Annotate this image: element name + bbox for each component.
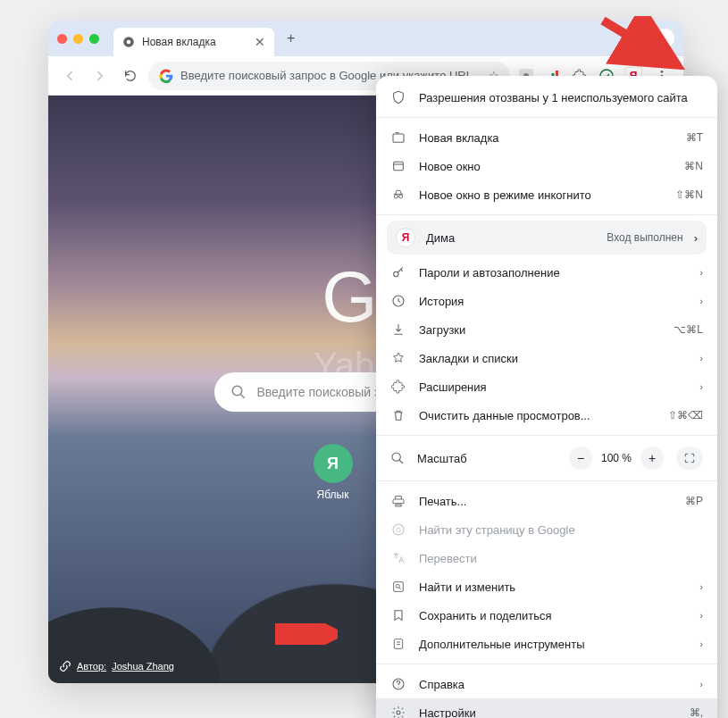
- google-search-icon: G: [390, 522, 406, 537]
- menu-shortcut: ⌘,: [690, 706, 703, 718]
- menu-label: Разрешения отозваны у 1 неиспользуемого …: [419, 91, 703, 104]
- svg-point-1: [127, 40, 131, 45]
- shortcut-yablyk[interactable]: Я Яблык: [314, 444, 353, 501]
- menu-history[interactable]: История ›: [376, 287, 717, 315]
- forward-icon: [92, 68, 108, 84]
- maximize-window-button[interactable]: [89, 34, 99, 44]
- zoom-in-button[interactable]: +: [640, 447, 664, 470]
- menu-label: Очистить данные просмотров...: [419, 409, 656, 422]
- profile-name: Дима: [426, 231, 596, 245]
- key-icon: [390, 265, 406, 280]
- author-name: Joshua Zhang: [112, 661, 174, 672]
- profile-avatar: Я: [396, 228, 415, 247]
- menu-help[interactable]: Справка ›: [376, 670, 717, 698]
- download-icon: [390, 322, 406, 337]
- menu-label: Закладки и списки: [419, 352, 687, 365]
- extension-icon: [390, 380, 406, 394]
- author-prefix: Автор:: [77, 661, 106, 672]
- menu-clear-data[interactable]: Очистить данные просмотров... ⇧⌘⌫: [376, 401, 717, 430]
- translate-icon: [390, 551, 406, 565]
- menu-shortcut: ⌘P: [685, 495, 703, 507]
- menu-separator: [376, 664, 717, 664]
- menu-label: Дополнительные инструменты: [419, 638, 687, 651]
- trash-icon: [390, 408, 406, 422]
- chevron-right-icon: ›: [699, 353, 703, 363]
- chevron-right-icon: ›: [699, 267, 703, 278]
- browser-tab[interactable]: Новая вкладка ✕: [113, 28, 274, 56]
- help-icon: [390, 677, 406, 691]
- zoom-out-button[interactable]: −: [569, 447, 592, 470]
- zoom-value: 100 %: [598, 452, 635, 464]
- menu-profile[interactable]: Я Дима Вход выполнен ›: [387, 221, 707, 255]
- menu-passwords[interactable]: Пароли и автозаполнение ›: [376, 258, 717, 287]
- menu-save-share[interactable]: Сохранить и поделиться ›: [376, 601, 717, 630]
- menu-label: Пароли и автозаполнение: [419, 266, 687, 280]
- menu-translate: Перевести: [376, 544, 717, 572]
- collapse-tabs-button[interactable]: ⌄: [655, 29, 674, 48]
- menu-new-window[interactable]: Новое окно ⌘N: [376, 152, 717, 180]
- chevron-right-icon: ›: [699, 581, 703, 592]
- reload-button[interactable]: [118, 63, 143, 88]
- back-button[interactable]: [57, 63, 82, 88]
- menu-new-tab[interactable]: Новая вкладка ⌘T: [376, 123, 717, 152]
- menu-more-tools[interactable]: Дополнительные инструменты ›: [376, 630, 717, 658]
- menu-bookmarks[interactable]: Закладки и списки ›: [376, 344, 717, 372]
- menu-label: Найти эту страницу в Google: [419, 523, 703, 537]
- svg-rect-24: [394, 582, 404, 592]
- svg-text:G: G: [396, 526, 401, 534]
- reload-icon: [123, 69, 138, 83]
- menu-downloads[interactable]: Загрузки ⌥⌘L: [376, 315, 717, 344]
- new-tab-icon: [390, 130, 406, 145]
- history-icon: [390, 294, 406, 308]
- menu-separator: [376, 117, 717, 118]
- chrome-tab-icon: [122, 36, 135, 48]
- gear-icon: [390, 705, 406, 718]
- menu-label: Новое окно в режиме инкогнито: [419, 188, 663, 202]
- close-tab-button[interactable]: ✕: [255, 35, 265, 49]
- new-tab-button[interactable]: +: [281, 30, 300, 46]
- print-icon: [390, 494, 406, 508]
- menu-settings[interactable]: Настройки ⌘,: [376, 698, 717, 718]
- chevron-right-icon: ›: [699, 381, 703, 392]
- tools-icon: [390, 637, 406, 651]
- menu-find-edit[interactable]: Найти и изменить ›: [376, 572, 717, 601]
- menu-label: Новая вкладка: [419, 131, 674, 145]
- menu-label: Масштаб: [417, 452, 467, 465]
- minimize-window-button[interactable]: [73, 34, 83, 44]
- zoom-icon: [390, 451, 405, 465]
- menu-print[interactable]: Печать... ⌘P: [376, 487, 717, 515]
- svg-point-10: [661, 71, 664, 73]
- menu-label: История: [419, 295, 687, 308]
- menu-shortcut: ⌘N: [684, 160, 703, 172]
- close-window-button[interactable]: [57, 34, 67, 44]
- svg-point-18: [394, 271, 398, 276]
- background-author[interactable]: Автор: Joshua Zhang: [59, 660, 174, 672]
- fullscreen-button[interactable]: [676, 447, 703, 470]
- menu-extensions[interactable]: Расширения ›: [376, 372, 717, 401]
- menu-permissions[interactable]: Разрешения отозваны у 1 неиспользуемого …: [376, 83, 717, 112]
- fullscreen-icon: [683, 452, 696, 464]
- menu-label: Новое окно: [419, 160, 672, 173]
- titlebar: Новая вкладка ✕ + ⌄: [48, 21, 683, 56]
- menu-find-google: G Найти эту страницу в Google: [376, 515, 717, 544]
- svg-point-13: [232, 386, 242, 396]
- menu-incognito[interactable]: Новое окно в режиме инкогнито ⇧⌘N: [376, 180, 717, 209]
- back-icon: [62, 68, 78, 84]
- search-placeholder: Введите поисковый зап: [257, 385, 394, 399]
- share-icon: [390, 608, 406, 622]
- menu-label: Сохранить и поделиться: [419, 609, 687, 622]
- menu-label: Справка: [419, 678, 687, 691]
- svg-rect-16: [394, 162, 404, 170]
- search-icon: [230, 384, 247, 400]
- new-window-icon: [390, 159, 406, 173]
- profile-status: Вход выполнен: [607, 231, 682, 244]
- menu-label: Перевести: [419, 552, 703, 565]
- shortcut-label: Яблык: [317, 488, 349, 501]
- svg-line-26: [399, 588, 401, 589]
- shortcut-icon: Я: [314, 444, 353, 483]
- chevron-right-icon: ›: [699, 296, 703, 306]
- forward-button[interactable]: [88, 63, 113, 88]
- svg-line-14: [240, 394, 245, 398]
- menu-separator: [376, 435, 717, 436]
- menu-separator: [376, 480, 717, 481]
